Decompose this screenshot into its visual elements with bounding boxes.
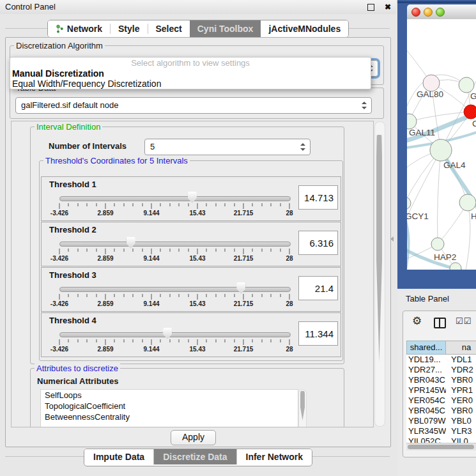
attributes-list[interactable]: SelfLoopsTopologicalCoefficientBetweenne… [40, 389, 298, 427]
table-row[interactable]: YBR043CYBR0 [406, 375, 476, 385]
table-cell[interactable]: YDR2 [446, 365, 476, 375]
scrollbar-thumb[interactable] [408, 445, 474, 449]
apply-button[interactable]: Apply [171, 430, 216, 445]
network-edge[interactable] [466, 203, 470, 270]
slider-thumb[interactable] [127, 237, 135, 249]
column-header-na[interactable]: na [446, 341, 476, 355]
table-row[interactable]: YPR145WYPR1 [406, 385, 476, 395]
table-data-combo[interactable]: galFiltered.sif default node [15, 97, 372, 114]
float-window-icon[interactable] [367, 4, 374, 11]
tab-label: jActiveMNodules [268, 24, 341, 34]
tick [87, 249, 88, 252]
column-header-shared-[interactable]: shared... [406, 341, 446, 355]
network-node-label: GCY1 [407, 211, 429, 221]
gear-icon[interactable]: ⚙ [412, 315, 422, 328]
scrollbar-thumb[interactable] [376, 135, 382, 362]
tab-jactivemnodules[interactable]: jActiveMNodules [261, 20, 348, 37]
popup-option-equal-width-frequency-discretization[interactable]: Equal Width/Frequency Discretization [12, 79, 161, 89]
table-cell[interactable]: YBR045C [406, 406, 446, 416]
threshold-value-field[interactable]: 6.316 [298, 231, 338, 255]
table-cell[interactable]: YPR1 [446, 385, 476, 395]
tick-label: 15.43 [178, 346, 217, 353]
network-node[interactable] [450, 263, 461, 270]
tab-style[interactable]: Style [111, 20, 147, 37]
attributes-scrollbar[interactable] [298, 389, 307, 427]
table-cell[interactable]: YDR27... [406, 365, 446, 375]
tick [59, 249, 60, 254]
table-cell[interactable]: YLR345W [406, 426, 446, 436]
table-row[interactable]: YDR27...YDR2 [406, 365, 476, 375]
attribute-item[interactable]: TopologicalCoefficient [41, 401, 298, 411]
tick [169, 203, 170, 206]
table-cell[interactable]: YPR145W [406, 385, 446, 395]
table-cell[interactable]: YER0 [446, 395, 476, 406]
table-row[interactable]: YDL19...YDL1 [406, 355, 476, 365]
table-row[interactable]: YER054CYER0 [406, 395, 476, 406]
tab-cyni-toolbox[interactable]: Cyni Toolbox [190, 20, 261, 37]
popup-option-manual-discretization[interactable]: Manual Discretization [12, 68, 104, 79]
num-intervals-label: Number of Intervals [49, 141, 127, 151]
tick [96, 203, 96, 206]
table-cell[interactable]: YLR3 [446, 426, 476, 436]
table-cell[interactable]: YBR0 [446, 375, 476, 385]
network-window-titlebar[interactable] [407, 4, 476, 20]
close-traffic-light-icon[interactable] [411, 8, 420, 17]
network-node[interactable] [459, 77, 474, 93]
attribute-item[interactable]: BetweennessCentrality [41, 411, 298, 422]
tick [142, 294, 142, 297]
table-row[interactable]: YLR345WYLR3 [406, 426, 476, 436]
close-icon[interactable]: ✖ [385, 0, 391, 14]
num-intervals-combo[interactable]: 5 [144, 139, 311, 155]
network-node[interactable] [430, 139, 452, 161]
slider-track[interactable] [59, 196, 291, 201]
network-node[interactable] [431, 238, 444, 250]
network-node[interactable] [464, 105, 476, 119]
table-row[interactable]: YBR045CYBR0 [406, 406, 476, 416]
zoom-traffic-light-icon[interactable] [436, 8, 445, 17]
tick [123, 339, 124, 342]
slider-track[interactable] [59, 242, 291, 247]
tab-infer-network[interactable]: Infer Network [236, 449, 312, 464]
table-cell[interactable]: YDL1 [446, 355, 476, 365]
network-node[interactable] [459, 194, 476, 211]
table-cell[interactable]: YBR043C [406, 375, 446, 385]
threshold-value-field[interactable]: 11.344 [298, 321, 338, 346]
group-title: Attributes to discretize [35, 364, 120, 373]
main-scrollbar[interactable] [374, 121, 385, 427]
attribute-item[interactable]: SelfLoops [41, 390, 298, 401]
top-tab-bar: NetworkStyleSelectCyni ToolboxjActiveMNo… [0, 20, 396, 37]
table-cell[interactable]: YER054C [406, 395, 446, 406]
slider-thumb[interactable] [188, 192, 197, 203]
slider-track[interactable] [59, 332, 291, 337]
table-cell[interactable]: YBL079W [406, 416, 446, 426]
splitter-collapse-icon[interactable] [390, 236, 394, 242]
network-node[interactable] [407, 197, 411, 210]
tick [160, 294, 161, 297]
columns-icon[interactable] [434, 318, 446, 328]
tab-impute-data[interactable]: Impute Data [84, 449, 153, 464]
table-horizontal-scrollbar[interactable] [406, 443, 476, 450]
network-node[interactable] [407, 114, 417, 129]
network-edge[interactable] [438, 150, 441, 244]
table-cell[interactable]: YBL0 [446, 416, 476, 426]
tick [105, 203, 106, 209]
attributes-group: Attributes to discretize Numerical Attri… [30, 368, 344, 427]
select-columns-checkboxes-icon[interactable]: ☑☑ [456, 316, 472, 326]
threshold-value-field[interactable]: 14.713 [298, 185, 338, 210]
group-title: Discretization Algorithm [14, 41, 105, 50]
slider-track[interactable] [59, 287, 291, 292]
scrollbar-thumb[interactable] [300, 391, 305, 420]
tab-select[interactable]: Select [148, 20, 190, 37]
slider-thumb[interactable] [163, 328, 172, 339]
tick [271, 294, 272, 297]
tick [133, 249, 134, 252]
network-canvas[interactable]: GAL80GACGAL11GAL4GCY1HHAP2 [407, 19, 476, 270]
slider-thumb[interactable] [236, 282, 245, 294]
threshold-value-field[interactable]: 21.4 [298, 276, 338, 300]
tab-network[interactable]: Network [48, 20, 110, 37]
table-cell[interactable]: YBR0 [446, 406, 476, 416]
table-row[interactable]: YBL079WYBL0 [406, 416, 476, 426]
minimize-traffic-light-icon[interactable] [424, 8, 433, 17]
tab-discretize-data[interactable]: Discretize Data [153, 449, 236, 464]
table-cell[interactable]: YDL19... [406, 355, 446, 365]
